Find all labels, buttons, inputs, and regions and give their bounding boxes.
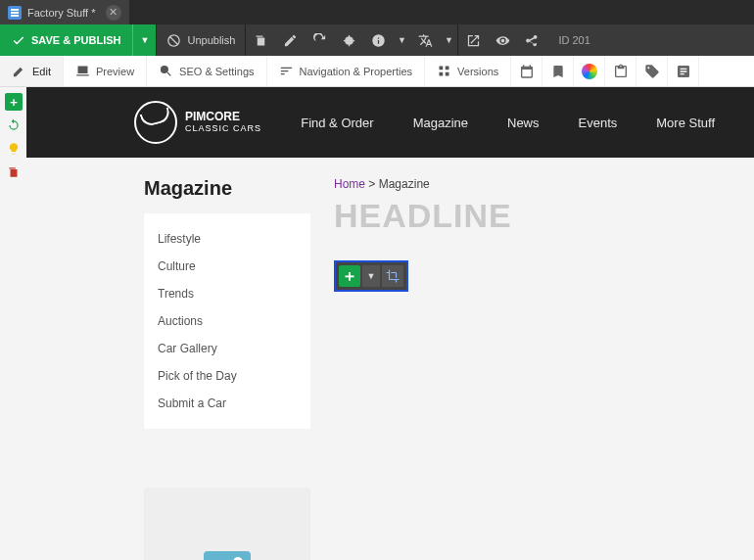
block-crop-button[interactable] bbox=[382, 265, 403, 287]
nav-find-order[interactable]: Find & Order bbox=[301, 116, 373, 130]
tab-edit[interactable]: Edit bbox=[0, 56, 64, 86]
nav-magazine[interactable]: Magazine bbox=[413, 116, 468, 130]
left-tool-strip: ＋ bbox=[0, 87, 26, 560]
save-label: SAVE & PUBLISH bbox=[31, 34, 120, 46]
document-tab[interactable]: Factory Stuff * ✕ bbox=[0, 0, 129, 24]
document-icon bbox=[8, 6, 22, 20]
breadcrumb: Home > Magazine bbox=[334, 177, 715, 191]
headline-editable[interactable]: HEADLINE bbox=[334, 197, 715, 235]
tab-versions-label: Versions bbox=[457, 66, 498, 77]
sidebar-item-culture[interactable]: Culture bbox=[144, 253, 310, 280]
main-column: Home > Magazine HEADLINE ＋ ▼ bbox=[334, 177, 715, 292]
sidebar-menu: Lifestyle Culture Trends Auctions Car Ga… bbox=[144, 213, 310, 429]
save-dropdown-button[interactable]: ▼ bbox=[132, 24, 156, 56]
bookmark-button[interactable] bbox=[542, 56, 574, 86]
site-nav: Find & Order Magazine News Events More S… bbox=[301, 116, 715, 130]
breadcrumb-sep: > bbox=[365, 177, 379, 191]
sync-button[interactable] bbox=[5, 117, 23, 134]
sidebar: Magazine Lifestyle Culture Trends Auctio… bbox=[144, 177, 310, 560]
notes-button[interactable] bbox=[668, 56, 699, 86]
image-placeholder[interactable]: ✕ bbox=[144, 488, 310, 560]
tab-seo-label: SEO & Settings bbox=[179, 66, 254, 77]
save-block: SAVE & PUBLISH ▼ bbox=[0, 24, 156, 56]
tab-title: Factory Stuff * bbox=[27, 7, 96, 19]
site-header: PIMCORE CLASSIC CARS Find & Order Magazi… bbox=[26, 87, 754, 158]
target-button[interactable] bbox=[334, 24, 363, 56]
add-block-button[interactable]: ＋ bbox=[5, 93, 23, 111]
sidebar-item-auctions[interactable]: Auctions bbox=[144, 307, 310, 335]
site-logo[interactable]: PIMCORE CLASSIC CARS bbox=[134, 101, 261, 144]
save-publish-button[interactable]: SAVE & PUBLISH bbox=[0, 24, 132, 56]
share-button[interactable] bbox=[517, 24, 546, 56]
translate-dropdown[interactable]: ▼ bbox=[440, 24, 457, 56]
secondary-toolbar: Edit Preview SEO & Settings Navigation &… bbox=[0, 56, 754, 87]
tab-preview[interactable]: Preview bbox=[64, 56, 147, 86]
tab-navprops[interactable]: Navigation & Properties bbox=[267, 56, 426, 86]
document-id-label: ID 201 bbox=[546, 24, 601, 56]
sidebar-item-car-gallery[interactable]: Car Gallery bbox=[144, 335, 310, 362]
sidebar-item-submit[interactable]: Submit a Car bbox=[144, 390, 310, 417]
logo-line1: PIMCORE bbox=[185, 111, 261, 123]
tab-navprops-label: Navigation & Properties bbox=[300, 66, 413, 77]
rainbow-icon bbox=[582, 64, 597, 79]
info-dropdown[interactable]: ▼ bbox=[393, 24, 410, 56]
sidebar-item-lifestyle[interactable]: Lifestyle bbox=[144, 225, 310, 253]
image-icon bbox=[204, 551, 251, 560]
marketing-button[interactable] bbox=[574, 56, 605, 86]
block-add-dropdown[interactable]: ▼ bbox=[362, 265, 380, 287]
unpublish-button[interactable]: Unpublish bbox=[157, 24, 245, 56]
breadcrumb-home[interactable]: Home bbox=[334, 177, 365, 191]
reload-button[interactable] bbox=[305, 24, 334, 56]
sidebar-item-trends[interactable]: Trends bbox=[144, 280, 310, 307]
breadcrumb-current: Magazine bbox=[379, 177, 430, 191]
tab-versions[interactable]: Versions bbox=[425, 56, 511, 86]
tab-strip: Factory Stuff * ✕ bbox=[0, 0, 754, 24]
block-controls: ＋ ▼ bbox=[334, 260, 408, 292]
unpublish-label: Unpublish bbox=[187, 34, 235, 46]
action-bar: SAVE & PUBLISH ▼ Unpublish ▼ ▼ ID 201 bbox=[0, 24, 754, 56]
nav-events[interactable]: Events bbox=[579, 116, 618, 130]
tags-button[interactable] bbox=[636, 56, 668, 86]
tab-seo[interactable]: SEO & Settings bbox=[147, 56, 266, 86]
tab-preview-label: Preview bbox=[96, 66, 134, 77]
idea-button[interactable] bbox=[5, 140, 23, 158]
nav-more[interactable]: More Stuff bbox=[656, 116, 715, 130]
sidebar-item-pick[interactable]: Pick of the Day bbox=[144, 362, 310, 390]
nav-news[interactable]: News bbox=[507, 116, 540, 130]
delete-button[interactable] bbox=[246, 24, 275, 56]
edit-button[interactable] bbox=[275, 24, 305, 56]
page-content: PIMCORE CLASSIC CARS Find & Order Magazi… bbox=[26, 87, 754, 560]
translate-button[interactable] bbox=[410, 24, 440, 56]
logo-icon bbox=[134, 101, 177, 144]
open-external-button[interactable] bbox=[458, 24, 488, 56]
info-button[interactable] bbox=[363, 24, 393, 56]
schedule-button[interactable] bbox=[511, 56, 542, 86]
sidebar-title: Magazine bbox=[144, 177, 310, 200]
close-icon[interactable]: ✕ bbox=[106, 5, 121, 21]
logo-line2: CLASSIC CARS bbox=[185, 124, 261, 134]
clipboard-button[interactable] bbox=[605, 56, 636, 86]
block-add-button[interactable]: ＋ bbox=[339, 265, 360, 287]
tab-edit-label: Edit bbox=[32, 66, 51, 77]
trash-button[interactable] bbox=[5, 163, 23, 181]
preview-eye-button[interactable] bbox=[488, 24, 517, 56]
